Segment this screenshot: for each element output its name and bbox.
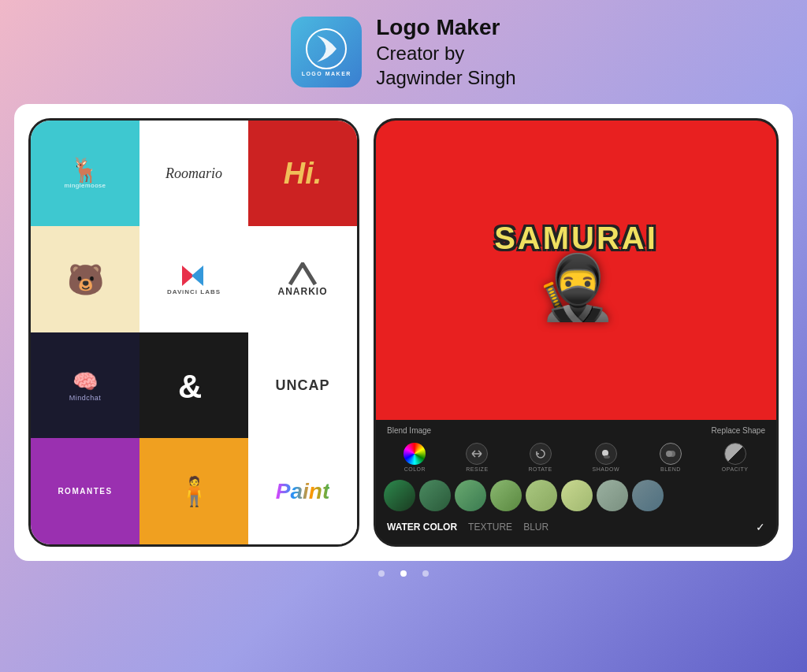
davinci-label: DAViNCi LABS [167, 288, 221, 295]
minglemoose-label: minglemoose [64, 182, 106, 189]
bottom-indicators [14, 570, 793, 577]
swatch-2[interactable] [419, 480, 451, 511]
aa-symbol-icon: & [174, 368, 214, 403]
samurai-logo: SAMURAI 🥷 [494, 221, 658, 319]
cell-mindchat: 🧠 Mindchat [31, 332, 139, 439]
cell-uncap: UNCAP [248, 332, 357, 439]
filter-labels-row: WATER COLOR TEXTURE BLUR ✓ [384, 516, 768, 536]
indicator-1 [378, 570, 385, 577]
phone-right: SAMURAI 🥷 Blend Image Replace Shape COLO… [374, 118, 779, 547]
rotate-icon-label: ROTATE [528, 466, 552, 472]
filter-watercolor-label[interactable]: WATER COLOR [387, 522, 457, 533]
phone-left: 🦌 minglemoose Roomario Hi. 🐻 DAViNCi LAB… [28, 118, 359, 547]
toolbar-icons-row: COLOR RESIZE ROTATE [384, 440, 768, 475]
svg-text:&: & [178, 368, 202, 403]
romantes-label: ROMANTES [58, 487, 112, 496]
color-wheel-icon [404, 443, 426, 465]
app-icon-label: LOGO MAKER [302, 71, 351, 76]
toolbar-color-icon-item[interactable]: COLOR [404, 443, 426, 472]
opacity-icon-label: OPACITY [722, 466, 749, 472]
swatch-1[interactable] [384, 480, 415, 511]
color-icon-label: COLOR [404, 466, 426, 472]
cell-aa: & [139, 332, 248, 439]
cell-paint: Paint [248, 438, 357, 544]
header: LOGO MAKER Logo Maker Creator by Jagwind… [0, 0, 807, 98]
color-swatch-row [384, 475, 768, 516]
swatch-5[interactable] [526, 480, 557, 511]
filter-texture-label[interactable]: TEXTURE [468, 522, 512, 533]
svg-point-3 [604, 455, 610, 459]
resize-icon [466, 443, 488, 465]
indicator-3 [422, 570, 429, 577]
swatch-6[interactable] [561, 480, 593, 511]
cell-davinci: DAViNCi LABS [139, 226, 248, 332]
toolbar-rotate-icon-item[interactable]: ROTATE [528, 443, 552, 472]
resize-icon-label: RESIZE [466, 466, 488, 472]
cell-minglemoose: 🦌 minglemoose [31, 121, 139, 227]
swatch-4[interactable] [490, 480, 522, 511]
moose-antlers-icon: 🦌 [70, 158, 99, 182]
samurai-title: SAMURAI [494, 221, 658, 256]
cell-hi: Hi. [248, 121, 357, 227]
app-creator-label: Creator by [376, 41, 515, 65]
hi-label: Hi. [284, 157, 322, 191]
indicator-2 [400, 570, 407, 577]
paint-label: Paint [276, 479, 329, 504]
svg-point-5 [669, 451, 675, 457]
shadow-icon-label: SHADOW [593, 466, 620, 472]
anarkio-chevron-icon [288, 262, 317, 286]
swatch-3[interactable] [455, 480, 486, 511]
roomario-label: Roomario [165, 165, 222, 182]
rotate-icon [530, 443, 552, 465]
blend-icon [660, 443, 682, 465]
cell-roomario: Roomario [139, 121, 248, 227]
mindchat-label: Mindchat [69, 394, 102, 402]
toolbar-blend-icon-item[interactable]: BLEND [660, 443, 682, 472]
app-author: Jagwinder Singh [376, 65, 515, 90]
davinci-shape [180, 264, 207, 286]
phone-screen-top: SAMURAI 🥷 [376, 121, 776, 420]
blend-image-label: Blend Image [387, 426, 431, 435]
cell-romantes: ROMANTES [31, 438, 139, 544]
replace-shape-label: Replace Shape [712, 426, 765, 435]
swatch-7[interactable] [597, 480, 628, 511]
toolbar-resize-icon-item[interactable]: RESIZE [466, 443, 488, 472]
toolbar-opacity-icon-item[interactable]: OPACITY [722, 443, 749, 472]
blend-icon-label: BLEND [660, 466, 681, 472]
toolbar-top-row: Blend Image Replace Shape [384, 426, 768, 440]
app-title-block: Logo Maker Creator by Jagwinder Singh [376, 14, 515, 90]
person-icon: 🧍 [177, 475, 212, 508]
app-title-main: Logo Maker [376, 14, 515, 41]
cell-anarkio: ANARKIO [248, 226, 357, 332]
main-card: 🦌 minglemoose Roomario Hi. 🐻 DAViNCi LAB… [14, 104, 793, 561]
checkmark-icon[interactable]: ✓ [756, 521, 765, 533]
toolbar-shadow-icon-item[interactable]: SHADOW [593, 443, 620, 472]
svg-point-2 [602, 450, 608, 456]
logo-maker-icon-svg [305, 28, 348, 71]
cell-bear: 🐻 [31, 226, 139, 332]
phone-toolbar: Blend Image Replace Shape COLOR RESIZE [376, 420, 776, 544]
filter-blur-label[interactable]: BLUR [523, 522, 549, 533]
opacity-icon [724, 443, 746, 465]
swatch-8[interactable] [632, 480, 664, 511]
uncap-label: UNCAP [275, 377, 329, 394]
bear-icon: 🐻 [67, 262, 104, 297]
cell-person: 🧍 [139, 438, 248, 544]
samurai-figure-icon: 🥷 [537, 256, 615, 319]
shadow-icon [595, 443, 617, 465]
brain-icon: 🧠 [73, 369, 98, 394]
anarkio-label: ANARKIO [278, 286, 328, 297]
app-icon: LOGO MAKER [291, 17, 362, 87]
